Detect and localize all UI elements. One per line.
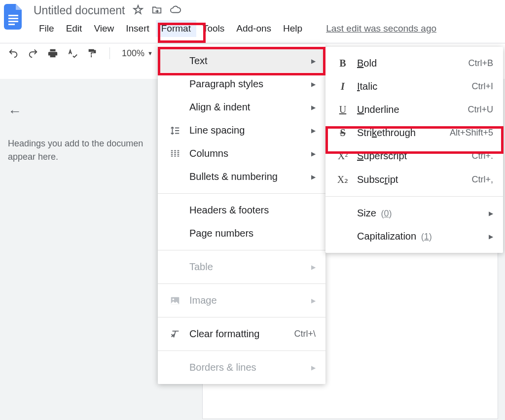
svg-rect-9 bbox=[174, 152, 176, 153]
menu-separator bbox=[325, 196, 503, 197]
svg-rect-10 bbox=[174, 154, 176, 155]
menu-edit[interactable]: Edit bbox=[61, 20, 88, 37]
menu-shortcut: Ctrl+I bbox=[471, 81, 493, 92]
submenu-arrow-icon: ▶ bbox=[311, 58, 316, 65]
format-item-clear-formatting[interactable]: Clear formattingCtrl+\ bbox=[158, 322, 325, 346]
menu-item-label: Align & indent bbox=[189, 102, 306, 113]
move-icon[interactable] bbox=[151, 4, 162, 17]
menu-file[interactable]: File bbox=[34, 20, 60, 37]
menu-shortcut: Ctrl+B bbox=[468, 58, 493, 69]
format-item-line-spacing[interactable]: Line spacing▶ bbox=[158, 119, 325, 142]
menu-insert[interactable]: Insert bbox=[120, 20, 155, 37]
print-icon[interactable] bbox=[47, 48, 58, 59]
star-icon[interactable] bbox=[133, 4, 144, 17]
menu-separator bbox=[158, 317, 325, 317]
menu-shortcut: Ctrl+\ bbox=[294, 329, 316, 339]
format-item-headers-footers[interactable]: Headers & footers bbox=[158, 199, 325, 222]
submenu-arrow-icon: ▶ bbox=[311, 104, 316, 111]
svg-rect-5 bbox=[171, 152, 173, 153]
svg-rect-2 bbox=[8, 21, 18, 22]
zoom-selector[interactable]: 100%▼ bbox=[122, 48, 153, 59]
format-item-text[interactable]: Text▶ bbox=[158, 49, 325, 72]
columns-icon bbox=[169, 148, 181, 159]
menu-item-label: Clear formatting bbox=[189, 328, 294, 340]
text-item-superscript[interactable]: X²SuperscriptCtrl+. bbox=[325, 144, 503, 168]
last-edit-link[interactable]: Last edit was seconds ago bbox=[326, 23, 436, 34]
outline-collapse-icon[interactable]: ← bbox=[8, 104, 22, 119]
text-item-strikethrough[interactable]: SStrikethroughAlt+Shift+5 bbox=[325, 121, 503, 144]
submenu-arrow-icon: ▶ bbox=[311, 127, 316, 134]
menu-help[interactable]: Help bbox=[278, 20, 308, 37]
format-item-paragraph-styles[interactable]: Paragraph styles▶ bbox=[158, 72, 325, 96]
svg-rect-8 bbox=[174, 150, 176, 151]
submenu-arrow-icon: ▶ bbox=[311, 264, 316, 271]
text-item-subscript[interactable]: X₂SubscriptCtrl+, bbox=[325, 168, 503, 191]
italic-icon: I bbox=[336, 81, 349, 92]
format-item-page-numbers[interactable]: Page numbers bbox=[158, 222, 325, 245]
svg-point-17 bbox=[173, 298, 175, 300]
menubar: File Edit View Insert Format Tools Add-o… bbox=[34, 20, 505, 37]
menu-item-label: Strikethrough bbox=[357, 127, 450, 139]
clear-format-icon bbox=[169, 329, 181, 340]
svg-rect-0 bbox=[8, 15, 18, 16]
menu-item-label: Underline bbox=[357, 104, 468, 115]
submenu-arrow-icon: ▶ bbox=[311, 81, 316, 88]
submenu-arrow-icon: ▶ bbox=[311, 297, 316, 304]
menu-item-label: Page numbers bbox=[189, 228, 316, 239]
submenu-arrow-icon: ▶ bbox=[311, 150, 316, 157]
menu-item-label: Bold bbox=[357, 58, 468, 69]
svg-rect-15 bbox=[178, 155, 180, 156]
svg-rect-3 bbox=[8, 24, 15, 25]
menu-separator bbox=[158, 350, 325, 351]
text-item-underline[interactable]: UUnderlineCtrl+U bbox=[325, 98, 503, 121]
menu-shortcut: Alt+Shift+5 bbox=[450, 128, 493, 138]
line-spacing-icon bbox=[169, 125, 181, 136]
outline-placeholder-text: Headings you add to the documen appear h… bbox=[8, 137, 156, 164]
menu-view[interactable]: View bbox=[88, 20, 119, 37]
menu-item-label: Borders & lines bbox=[189, 362, 306, 373]
format-item-align-indent[interactable]: Align & indent▶ bbox=[158, 96, 325, 119]
svg-rect-7 bbox=[171, 155, 173, 156]
header: Untitled document File Edit View Insert … bbox=[0, 0, 505, 37]
svg-rect-14 bbox=[178, 154, 180, 155]
format-item-columns[interactable]: Columns▶ bbox=[158, 142, 325, 165]
menu-item-label: Line spacing bbox=[189, 125, 306, 136]
superscript-icon: X² bbox=[336, 150, 349, 162]
format-item-table: Table▶ bbox=[158, 255, 325, 279]
menu-addons[interactable]: Add-ons bbox=[231, 20, 277, 37]
redo-icon[interactable] bbox=[28, 48, 38, 59]
menu-shortcut: Ctrl+U bbox=[468, 105, 493, 115]
undo-icon[interactable] bbox=[8, 48, 19, 59]
text-item-capitalization[interactable]: Capitalization (1)▶ bbox=[325, 225, 503, 248]
paint-format-icon[interactable] bbox=[87, 48, 98, 59]
submenu-arrow-icon: ▶ bbox=[489, 210, 493, 217]
cloud-status-icon[interactable] bbox=[170, 4, 181, 17]
outline-panel: ← Headings you add to the documen appear… bbox=[8, 104, 156, 164]
menu-item-label: Bullets & numbering bbox=[189, 171, 306, 182]
menu-separator bbox=[158, 193, 325, 194]
menu-item-label: Table bbox=[189, 261, 306, 273]
strikethrough-icon: S bbox=[336, 127, 349, 139]
submenu-arrow-icon: ▶ bbox=[311, 364, 316, 371]
menu-item-label: Size (0) bbox=[357, 208, 484, 219]
text-submenu: BBoldCtrl+BIItalicCtrl+IUUnderlineCtrl+U… bbox=[325, 47, 503, 253]
menu-shortcut: Ctrl+, bbox=[471, 175, 493, 185]
text-item-italic[interactable]: IItalicCtrl+I bbox=[325, 75, 503, 98]
bold-icon: B bbox=[336, 58, 349, 69]
text-item-size[interactable]: Size (0)▶ bbox=[325, 202, 503, 225]
spellcheck-icon[interactable] bbox=[67, 48, 78, 59]
submenu-arrow-icon: ▶ bbox=[489, 233, 493, 240]
text-item-bold[interactable]: BBoldCtrl+B bbox=[325, 52, 503, 75]
format-item-image: Image▶ bbox=[158, 289, 325, 312]
menu-item-label: Headers & footers bbox=[189, 205, 316, 216]
format-item-bullets-numbering[interactable]: Bullets & numbering▶ bbox=[158, 165, 325, 188]
menu-item-label: Superscript bbox=[357, 150, 471, 162]
menu-format[interactable]: Format bbox=[156, 20, 196, 37]
menu-tools[interactable]: Tools bbox=[197, 20, 230, 37]
image-icon bbox=[169, 295, 181, 306]
menu-item-label: Paragraph styles bbox=[189, 78, 306, 90]
docs-logo-icon[interactable] bbox=[4, 4, 24, 30]
svg-rect-11 bbox=[174, 155, 176, 156]
svg-rect-1 bbox=[8, 18, 18, 19]
document-title[interactable]: Untitled document bbox=[34, 4, 125, 17]
